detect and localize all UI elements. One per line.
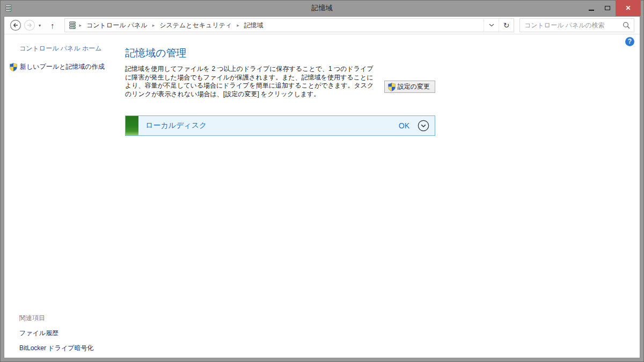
page-content: ? コントロール パネル ホーム 新しいプールと記憶域の作成 関連項目 ファイル… — [4, 34, 640, 358]
minimize-icon — [589, 10, 594, 11]
close-button[interactable]: ✕ — [616, 0, 641, 16]
window-controls: ✕ — [583, 0, 641, 16]
magnifier-icon — [623, 21, 630, 29]
window-title: 記憶域 — [312, 3, 333, 13]
chevron-down-icon — [489, 24, 494, 27]
address-dropdown-button[interactable] — [484, 19, 499, 32]
storage-space-row-local-disk[interactable]: ローカルディスク OK — [125, 115, 435, 136]
minimize-button[interactable] — [583, 0, 599, 16]
expand-details-button[interactable] — [417, 119, 430, 132]
related-items-header: 関連項目 — [19, 314, 93, 323]
related-items-section: 関連項目 ファイル履歴 BitLocker ドライブ暗号化 — [19, 314, 93, 358]
close-icon: ✕ — [625, 5, 631, 11]
change-settings-label: 設定の変更 — [398, 82, 430, 91]
breadcrumb-system-security[interactable]: システムとセキュリティ — [155, 19, 236, 32]
search-button[interactable] — [619, 21, 634, 30]
address-spacer — [268, 19, 484, 32]
up-one-level-button[interactable]: ↑ — [47, 21, 58, 30]
storage-drives-icon — [65, 19, 79, 32]
storage-spaces-window: 記憶域 ✕ — [0, 0, 644, 362]
page-title: 記憶域の管理 — [125, 46, 435, 60]
address-bar[interactable]: ▸ コントロール パネル ▸ システムとセキュリティ ▸ 記憶域 ↻ — [64, 18, 514, 32]
sidebar-item-file-history[interactable]: ファイル履歴 — [19, 329, 93, 338]
search-input[interactable] — [520, 21, 619, 29]
recent-pages-dropdown[interactable]: ▾ — [39, 23, 41, 28]
back-arrow-icon — [10, 19, 21, 31]
sidebar-item-bitlocker[interactable]: BitLocker ドライブ暗号化 — [19, 344, 93, 353]
sidebar-item-control-panel-home[interactable]: コントロール パネル ホーム — [19, 44, 101, 53]
help-button[interactable]: ? — [625, 37, 634, 46]
breadcrumb-storage-spaces[interactable]: 記憶域 — [240, 19, 268, 32]
maximize-button[interactable] — [599, 0, 616, 16]
page-description: 記憶域を使用してファイルを 2 つ以上のドライブに保存することで、1 つのドライ… — [125, 65, 379, 98]
main-panel: 記憶域の管理 記憶域を使用してファイルを 2 つ以上のドライブに保存することで、… — [125, 34, 435, 98]
task-link-label: 新しいプールと記憶域の作成 — [20, 62, 105, 71]
navigation-toolbar: ▾ ↑ ▸ コントロール パネル ▸ システムとセキュリティ ▸ 記憶域 ↻ — [4, 17, 640, 34]
storage-space-status: OK — [399, 121, 409, 130]
uac-shield-icon — [10, 63, 17, 71]
sidebar-item-create-new-pool[interactable]: 新しいプールと記憶域の作成 — [10, 62, 105, 71]
change-settings-button[interactable]: 設定の変更 — [384, 81, 435, 93]
storage-space-name: ローカルディスク — [145, 121, 399, 131]
breadcrumb-control-panel[interactable]: コントロール パネル — [82, 19, 152, 32]
uac-shield-icon — [388, 83, 396, 91]
titlebar: 記憶域 ✕ — [0, 0, 644, 16]
chevron-down-circle-icon — [418, 120, 429, 132]
forward-arrow-icon — [24, 19, 35, 31]
maximize-icon — [605, 6, 610, 10]
window-body: ▾ ↑ ▸ コントロール パネル ▸ システムとセキュリティ ▸ 記憶域 ↻ — [4, 16, 640, 358]
storage-drives-icon — [4, 4, 13, 12]
capacity-bar — [126, 116, 138, 135]
back-button[interactable] — [10, 19, 21, 31]
forward-button[interactable] — [24, 19, 35, 31]
refresh-button[interactable]: ↻ — [499, 19, 514, 32]
search-box — [519, 18, 634, 32]
